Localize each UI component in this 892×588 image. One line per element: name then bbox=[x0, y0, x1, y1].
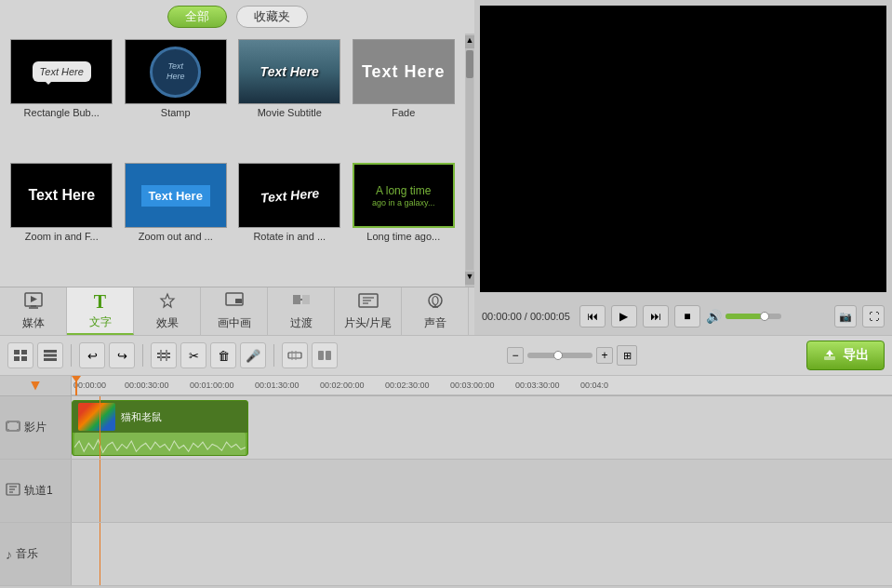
media-icon bbox=[24, 292, 43, 314]
playhead-arrow bbox=[72, 376, 81, 382]
ruler-svg: 00:00:00 00:00:30:00 00:01:00:00 00:01:3… bbox=[72, 376, 892, 395]
thumb-label-rotate-in: Rotate in and ... bbox=[238, 231, 340, 242]
list-item[interactable]: Text Here Movie Subtitle bbox=[235, 39, 344, 157]
volume-control: 🔊 bbox=[706, 309, 781, 324]
snapshot-button[interactable]: 📷 bbox=[834, 305, 857, 327]
tab-media[interactable]: 媒体 bbox=[0, 287, 67, 335]
play-button[interactable]: ▶ bbox=[611, 305, 637, 327]
volume-fill bbox=[726, 314, 762, 319]
timeline-tracks: 影片 猫和老鼠 bbox=[0, 396, 892, 588]
export-label: 导出 bbox=[843, 347, 869, 364]
scrollbar[interactable]: ▲ ▼ bbox=[465, 33, 474, 287]
detach-audio-button[interactable] bbox=[282, 342, 308, 368]
record-button[interactable]: 🎤 bbox=[240, 342, 266, 368]
zoom-minus-button[interactable]: − bbox=[507, 347, 524, 364]
clip-waveform bbox=[74, 433, 246, 456]
filter-all-button[interactable]: 全部 bbox=[167, 6, 227, 28]
fullscreen-button[interactable]: ⛶ bbox=[862, 305, 885, 327]
list-item[interactable]: Text Here Rectangle Bub... bbox=[7, 39, 116, 157]
svg-rect-32 bbox=[318, 351, 324, 360]
cut-button[interactable]: ✂ bbox=[180, 342, 206, 368]
thumb-zoom-in: Text Here bbox=[10, 163, 113, 228]
video-clip[interactable]: 猫和老鼠 bbox=[72, 400, 248, 456]
tab-bar: 媒体 T 文字 效果 画中画 bbox=[0, 287, 474, 335]
film-track-content[interactable]: 猫和老鼠 bbox=[72, 396, 892, 459]
prev-frame-button[interactable]: ⏮ bbox=[579, 305, 606, 327]
trim-button[interactable] bbox=[151, 342, 177, 368]
tab-audio-label: 声音 bbox=[424, 315, 446, 331]
thumbnail-area: Text Here Rectangle Bub... TextHere Stam… bbox=[0, 33, 474, 287]
scroll-thumb[interactable] bbox=[466, 50, 473, 78]
list-item[interactable]: Text Here Rotate in and ... bbox=[235, 163, 344, 281]
tab-pip[interactable]: 画中画 bbox=[201, 287, 268, 335]
svg-rect-50 bbox=[17, 429, 20, 431]
timeline-ruler: 00:00:00 00:00:30:00 00:01:00:00 00:01:3… bbox=[0, 376, 892, 396]
tab-credits[interactable]: 片头/片尾 bbox=[335, 287, 402, 335]
thumbnail-grid: Text Here Rectangle Bub... TextHere Stam… bbox=[0, 33, 465, 287]
music-icon: ♪ bbox=[6, 547, 12, 562]
redo-button[interactable]: ↪ bbox=[109, 342, 135, 368]
toolbar: ↩ ↪ ✂ 🗑 🎤 − + ⊞ 导出 bbox=[0, 335, 892, 376]
playhead-line bbox=[75, 376, 77, 395]
tab-transition[interactable]: 过渡 bbox=[268, 287, 335, 335]
thumb-stamp: TextHere bbox=[125, 39, 227, 104]
svg-rect-26 bbox=[157, 356, 170, 358]
tab-credits-label: 片头/片尾 bbox=[344, 315, 392, 331]
scroll-down-button[interactable]: ▼ bbox=[465, 272, 474, 285]
undo-button[interactable]: ↩ bbox=[79, 342, 105, 368]
film-track-icon bbox=[6, 420, 20, 435]
clip-thumb-image bbox=[78, 403, 115, 431]
zoom-controls: − + ⊞ bbox=[507, 345, 637, 366]
svg-text:00:02:30:00: 00:02:30:00 bbox=[385, 381, 430, 390]
stop-button[interactable]: ■ bbox=[674, 305, 700, 327]
effects-icon bbox=[158, 292, 177, 314]
zoom-plus-button[interactable]: + bbox=[596, 347, 613, 364]
film-track: 影片 猫和老鼠 bbox=[0, 396, 892, 460]
list-item[interactable]: A long time ago in a galaxy... Long time… bbox=[350, 163, 459, 281]
list-item[interactable]: Text Here Zoom in and F... bbox=[7, 163, 116, 281]
zoom-slider[interactable] bbox=[527, 353, 592, 358]
list-item[interactable]: Text Here Zoom out and ... bbox=[122, 163, 231, 281]
tab-pip-label: 画中画 bbox=[218, 315, 251, 331]
thumb-label-rect-bubble: Rectangle Bub... bbox=[10, 107, 113, 118]
svg-rect-25 bbox=[157, 353, 170, 354]
tab-text[interactable]: T 文字 bbox=[67, 287, 134, 335]
zoom-thumb[interactable] bbox=[553, 351, 563, 360]
svg-text:00:01:00:00: 00:01:00:00 bbox=[190, 381, 234, 390]
text-icon: T bbox=[94, 291, 106, 313]
time-display: 00:00:00 / 00:00:05 bbox=[482, 311, 570, 322]
list-item[interactable]: TextHere Stamp bbox=[122, 39, 231, 157]
svg-marker-4 bbox=[161, 294, 174, 307]
svg-rect-18 bbox=[14, 350, 20, 354]
music-track: ♪ 音乐 bbox=[0, 523, 892, 586]
svg-rect-19 bbox=[21, 350, 27, 354]
filter-favorites-button[interactable]: 收藏夹 bbox=[236, 6, 308, 28]
scroll-track[interactable] bbox=[466, 50, 473, 270]
tab-effects[interactable]: 效果 bbox=[134, 287, 201, 335]
track1-content[interactable] bbox=[72, 460, 892, 522]
tab-text-label: 文字 bbox=[89, 314, 112, 330]
volume-slider[interactable] bbox=[726, 314, 781, 319]
delete-button[interactable]: 🗑 bbox=[210, 342, 236, 368]
music-track-content[interactable] bbox=[72, 523, 892, 585]
list-item[interactable]: Text Here Fade bbox=[350, 39, 459, 157]
film-track-name: 影片 bbox=[24, 420, 47, 435]
svg-text:00:01:30:00: 00:01:30:00 bbox=[255, 381, 300, 390]
transition-icon bbox=[292, 292, 311, 314]
scroll-up-button[interactable]: ▲ bbox=[465, 35, 474, 48]
timeline: 00:00:00 00:00:30:00 00:01:00:00 00:01:3… bbox=[0, 376, 892, 588]
view-mode-button[interactable] bbox=[7, 342, 33, 368]
split-button[interactable] bbox=[312, 342, 338, 368]
volume-knob[interactable] bbox=[760, 312, 769, 321]
credits-icon bbox=[358, 292, 379, 314]
export-button[interactable]: 导出 bbox=[806, 341, 885, 370]
tab-audio[interactable]: 声音 bbox=[402, 287, 469, 335]
svg-point-15 bbox=[433, 296, 438, 304]
list-view-button[interactable] bbox=[37, 342, 63, 368]
video-preview-panel: 00:00:00 / 00:00:05 ⏮ ▶ ⏭ ■ 🔊 📷 ⛶ bbox=[474, 0, 892, 335]
track1-playhead bbox=[100, 460, 100, 522]
next-frame-button[interactable]: ⏭ bbox=[643, 305, 669, 327]
fit-button[interactable]: ⊞ bbox=[617, 345, 637, 366]
ruler-label-spacer bbox=[0, 376, 72, 395]
ruler-marks: 00:00:00 00:00:30:00 00:01:00:00 00:01:3… bbox=[72, 376, 892, 395]
